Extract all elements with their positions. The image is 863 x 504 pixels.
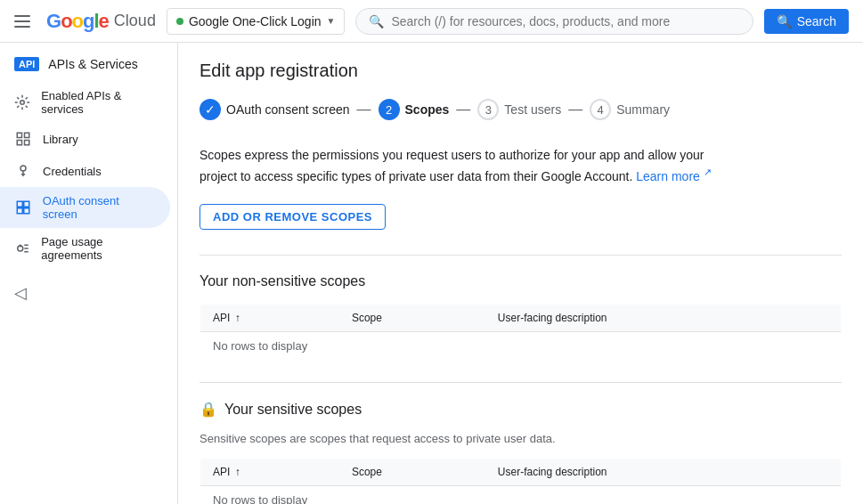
checkmark-icon: ✓ (205, 102, 216, 117)
sidebar-label-credentials: Credentials (43, 165, 102, 178)
sidebar-item-credentials[interactable]: Credentials (0, 155, 170, 187)
no-rows-label-2: No rows to display (200, 486, 842, 504)
svg-rect-9 (17, 208, 22, 214)
non-sensitive-title: Your non-sensitive scopes (199, 273, 842, 289)
col-scope-header-1: Scope (339, 305, 485, 332)
project-status-dot (176, 18, 183, 25)
table-row-no-data-2: No rows to display (200, 486, 842, 504)
svg-rect-8 (24, 208, 29, 214)
step-arrow-2: — (456, 102, 470, 118)
search-icon: 🔍 (777, 14, 792, 28)
search-button-label: Search (797, 14, 836, 28)
non-sensitive-section: Your non-sensitive scopes API ↑ Scope Us… (199, 273, 842, 361)
step-label-test-users: Test users (504, 102, 561, 117)
col-scope-header-2: Scope (339, 459, 485, 486)
hamburger-menu[interactable] (14, 11, 36, 32)
svg-rect-6 (17, 201, 22, 207)
step-number-3: 3 (485, 103, 492, 117)
step-circle-1: ✓ (199, 99, 221, 120)
page-title: Edit app registration (199, 61, 842, 81)
step-label-summary: Summary (616, 102, 670, 117)
step-number-2: 2 (386, 103, 392, 117)
non-sensitive-table: API ↑ Scope User-facing description No r… (199, 304, 842, 361)
search-bar-icon: 🔍 (369, 14, 384, 28)
stepper: ✓ OAuth consent screen — 2 Scopes — 3 Te… (199, 99, 842, 120)
project-selector[interactable]: Google One-Click Login ▼ (167, 8, 346, 35)
sidebar-item-oauth[interactable]: OAuth consent screen (0, 187, 170, 228)
main-content: Edit app registration ✓ OAuth consent sc… (178, 43, 863, 504)
chevron-down-icon: ▼ (327, 16, 336, 26)
step-circle-4: 4 (590, 99, 611, 120)
sidebar-item-page-usage[interactable]: Page usage agreements (0, 228, 170, 269)
sort-arrow-api-2: ↑ (235, 466, 240, 478)
project-name: Google One-Click Login (189, 14, 322, 28)
sidebar-header: API APIs & Services (0, 50, 177, 82)
top-nav: Google Cloud Google One-Click Login ▼ 🔍 … (0, 0, 863, 43)
svg-point-12 (20, 245, 21, 247)
add-scopes-button[interactable]: ADD OR REMOVE SCOPES (199, 204, 386, 230)
svg-rect-4 (25, 141, 29, 145)
step-arrow-1: — (357, 102, 371, 118)
lock-icon: 🔒 (199, 401, 217, 418)
step-label-scopes: Scopes (405, 102, 450, 117)
credentials-icon (14, 162, 32, 180)
sidebar: API APIs & Services Enabled APIs & servi… (0, 43, 178, 504)
section-divider-2 (199, 382, 842, 383)
col-api-header-2[interactable]: API ↑ (200, 459, 339, 486)
sidebar-label-library: Library (43, 133, 78, 146)
step-arrow-3: — (568, 102, 582, 118)
search-button[interactable]: 🔍 Search (764, 9, 849, 34)
step-number-4: 4 (598, 103, 604, 117)
sidebar-label-oauth: OAuth consent screen (43, 194, 156, 221)
step-summary: 4 Summary (590, 99, 670, 120)
sensitive-table: API ↑ Scope User-facing description No r… (199, 458, 842, 504)
sidebar-item-enabled[interactable]: Enabled APIs & services (0, 82, 170, 123)
google-cloud-logo[interactable]: Google Cloud (46, 10, 156, 33)
sensitive-description: Sensitive scopes are scopes that request… (199, 432, 842, 445)
sensitive-section: 🔒 Your sensitive scopes Sensitive scopes… (199, 401, 842, 504)
sensitive-title: 🔒 Your sensitive scopes (199, 401, 842, 418)
svg-point-0 (20, 101, 25, 105)
svg-point-5 (20, 166, 26, 171)
search-input[interactable] (391, 14, 739, 28)
step-scopes: 2 Scopes (379, 99, 450, 120)
collapse-icon: ◁ (14, 283, 27, 303)
sidebar-title: APIs & Services (48, 57, 137, 71)
external-link-icon: ↗ (704, 167, 712, 177)
col-api-header-1[interactable]: API ↑ (200, 305, 339, 332)
svg-rect-7 (24, 201, 29, 207)
sidebar-label-page-usage: Page usage agreements (41, 235, 156, 262)
table-row-no-data-1: No rows to display (200, 332, 842, 361)
search-bar: 🔍 (355, 8, 753, 35)
sidebar-item-library[interactable]: Library (0, 123, 170, 155)
settings-icon (14, 93, 30, 111)
library-icon (14, 130, 32, 148)
svg-rect-2 (25, 133, 29, 137)
learn-more-link[interactable]: Learn more ↗ (636, 169, 711, 183)
sidebar-label-enabled: Enabled APIs & services (41, 89, 156, 116)
oauth-icon (14, 199, 32, 216)
no-rows-label-1: No rows to display (200, 332, 842, 361)
col-desc-header-2: User-facing description (485, 459, 842, 486)
step-circle-3: 3 (477, 99, 499, 120)
description-text: Scopes express the permissions you reque… (199, 145, 734, 186)
step-circle-2: 2 (379, 99, 400, 120)
section-divider-1 (199, 255, 842, 256)
sidebar-collapse-btn[interactable]: ◁ (0, 269, 177, 317)
page-usage-icon (14, 240, 30, 257)
sort-arrow-api-1: ↑ (235, 312, 240, 324)
svg-rect-3 (17, 141, 21, 145)
step-label-oauth: OAuth consent screen (226, 102, 350, 117)
step-oauth-consent: ✓ OAuth consent screen (199, 99, 350, 120)
svg-rect-1 (17, 133, 21, 137)
api-badge: API (14, 57, 39, 71)
col-desc-header-1: User-facing description (485, 305, 842, 332)
step-test-users: 3 Test users (477, 99, 561, 120)
